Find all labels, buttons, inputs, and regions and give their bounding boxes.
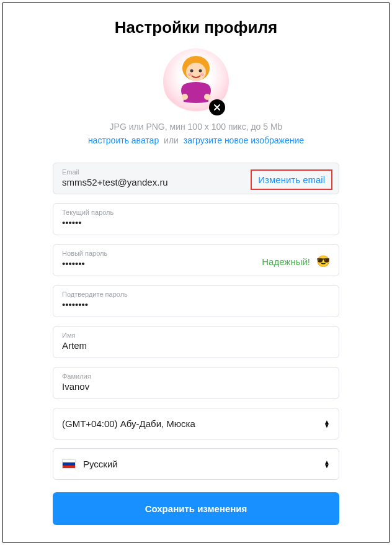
svg-point-4 [188,73,192,76]
close-icon [213,104,221,111]
select-arrows-icon: ▲▼ [324,420,330,428]
select-arrows-icon: ▲▼ [324,461,330,468]
email-field-wrap: Email smms52+test@yandex.ru Изменить ema… [53,163,339,194]
svg-point-3 [199,70,202,73]
avatar-section: JPG или PNG, мин 100 x 100 пикс, до 5 Mb… [53,48,339,145]
password-strength-text: Надежный! [262,256,310,267]
confirm-password-field-wrap: Подтвердите пароль [53,285,339,317]
sunglasses-emoji-icon: 😎 [316,254,330,268]
current-password-field-wrap: Текущий пароль [53,203,339,235]
avatar-links: настроить аватар или загрузите новое изо… [88,135,304,145]
avatar-image[interactable] [163,48,229,114]
svg-point-1 [186,63,206,81]
svg-point-9 [204,94,210,100]
language-select[interactable]: Русский ▲▼ [53,448,339,480]
avatar-links-separator: или [164,135,179,145]
change-email-button[interactable]: Изменить email [251,169,332,190]
new-password-field-wrap: Новый пароль Надежный! 😎 [53,244,339,276]
first-name-label: Имя [62,331,330,339]
russia-flag-icon [62,459,76,469]
save-button[interactable]: Сохранить изменения [53,492,339,525]
last-name-label: Фамилия [62,372,330,380]
first-name-input[interactable] [62,340,330,351]
password-strength: Надежный! 😎 [262,254,330,268]
timezone-value: (GMT+04:00) Абу-Даби, Мюска [62,418,324,429]
upload-avatar-link[interactable]: загрузите новое изображение [184,135,304,145]
remove-avatar-button[interactable] [209,99,225,115]
svg-point-5 [200,73,204,76]
confirm-password-label: Подтвердите пароль [62,291,330,298]
language-value: Русский [83,459,324,469]
profile-form: Email smms52+test@yandex.ru Изменить ema… [53,163,339,525]
svg-point-2 [190,70,194,73]
confirm-password-input[interactable] [62,299,330,310]
configure-avatar-link[interactable]: настроить аватар [88,135,159,145]
timezone-select[interactable]: (GMT+04:00) Абу-Даби, Мюска ▲▼ [53,408,339,439]
current-password-label: Текущий пароль [62,209,330,216]
first-name-field-wrap: Имя [53,326,339,358]
avatar-hint: JPG или PNG, мин 100 x 100 пикс, до 5 Mb [110,122,283,132]
svg-point-8 [182,94,188,100]
last-name-field-wrap: Фамилия [53,367,339,399]
last-name-input[interactable] [62,381,330,392]
current-password-input[interactable] [62,217,330,228]
profile-settings-panel: Настройки профиля [2,2,390,543]
page-title: Настройки профиля [53,18,339,37]
